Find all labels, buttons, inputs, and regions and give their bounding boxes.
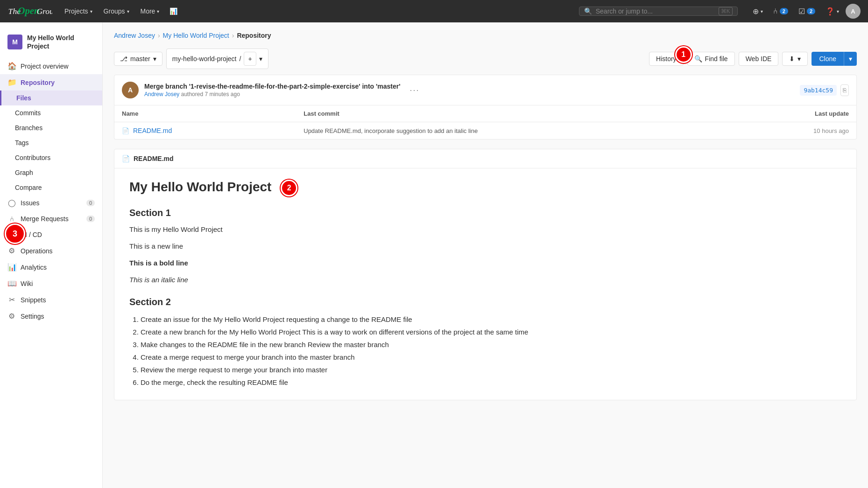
- commit-authored-text: authored: [181, 91, 205, 98]
- list-item: Review the merge request to merge your b…: [141, 363, 841, 376]
- col-name: Name: [122, 110, 303, 117]
- section1-heading: Section 1: [129, 208, 841, 218]
- commit-message: Merge branch '1-revise-the-readme-file-f…: [144, 83, 401, 90]
- project-name: My Hello World Project: [27, 34, 95, 50]
- col-last-commit: Last commit: [303, 110, 667, 117]
- sidebar-item-wiki[interactable]: 📖 Wiki: [0, 275, 102, 292]
- sidebar-item-project-overview[interactable]: 🏠 Project overview: [0, 58, 102, 74]
- path-add-button[interactable]: +: [244, 52, 256, 66]
- repo-toolbar: ⎇ master ▾ my-hello-world-project / + ▾ …: [114, 49, 857, 69]
- sidebar-item-files[interactable]: Files: [0, 91, 102, 105]
- nav-more[interactable]: More ▾: [136, 5, 164, 18]
- user-avatar[interactable]: A: [846, 4, 861, 19]
- commit-details: Merge branch '1-revise-the-readme-file-f…: [144, 83, 401, 98]
- find-file-button[interactable]: 🔍 Find file: [687, 52, 735, 66]
- annotation-circle-1: 1: [675, 46, 692, 63]
- mr-badge: 0: [86, 216, 95, 222]
- breadcrumb-link-project[interactable]: My Hello World Project: [163, 32, 229, 39]
- sidebar-item-settings[interactable]: ⚙ Settings: [0, 308, 102, 324]
- web-ide-button[interactable]: Web IDE: [739, 52, 779, 66]
- merge-icon: ⑃: [7, 215, 16, 223]
- file-table-header: Name Last commit Last update: [114, 105, 856, 122]
- mr-badge: 2: [780, 8, 788, 14]
- help-icon: ❓: [826, 7, 835, 16]
- readme-header: 📄 README.md: [114, 149, 856, 168]
- search-icon: 🔍: [584, 7, 592, 15]
- readme-content: My Hello World Project 2 Section 1 This …: [114, 168, 856, 400]
- help-button[interactable]: ❓ ▾: [822, 5, 843, 18]
- sidebar-item-contributors[interactable]: Contributors: [0, 150, 102, 165]
- table-row: 📄 README.md Update README.md, incorporat…: [114, 122, 856, 139]
- path-breadcrumb: my-hello-world-project / + ▾: [166, 49, 268, 69]
- breadcrumb-separator: ›: [158, 32, 160, 39]
- chevron-down-icon: ▾: [157, 9, 159, 14]
- logo[interactable]: The Open Group: [7, 4, 52, 19]
- section1-p4: This is an italic line: [129, 274, 841, 286]
- search-input[interactable]: [596, 7, 715, 15]
- section1-p3: This is a bold line: [129, 258, 841, 269]
- nav-projects[interactable]: Projects ▾: [60, 5, 97, 18]
- clone-dropdown-icon[interactable]: ▾: [844, 52, 857, 66]
- todo-icon: ☑: [798, 7, 805, 16]
- snippets-icon: ✂: [7, 295, 16, 304]
- nav-groups[interactable]: Groups ▾: [99, 5, 134, 18]
- breadcrumb-link-author[interactable]: Andrew Josey: [114, 32, 155, 39]
- todos-button[interactable]: ☑ 2: [795, 5, 819, 18]
- plus-menu-button[interactable]: ⊕ ▾: [749, 5, 767, 18]
- wiki-icon: 📖: [7, 279, 16, 288]
- section1-p1: This is my Hello World Project: [129, 224, 841, 235]
- commit-meta: Andrew Josey authored 7 minutes ago: [144, 91, 401, 98]
- sidebar: M My Hello World Project 🏠 Project overv…: [0, 22, 103, 488]
- nav-links: Projects ▾ Groups ▾ More ▾ 📊: [60, 5, 181, 18]
- branch-selector[interactable]: ⎇ master ▾: [114, 52, 162, 66]
- main-content: Andrew Josey › My Hello World Project › …: [103, 22, 868, 488]
- commit-more-button[interactable]: ···: [410, 85, 420, 95]
- col-last-update: Last update: [667, 110, 849, 117]
- breadcrumb: Andrew Josey › My Hello World Project › …: [114, 32, 857, 39]
- breadcrumb-separator: ›: [232, 32, 234, 39]
- file-icon: 📄: [122, 155, 130, 162]
- file-name-cell[interactable]: 📄 README.md: [122, 127, 303, 134]
- chevron-down-icon: ▾: [837, 9, 839, 14]
- path-separator: /: [240, 55, 241, 63]
- download-icon: ⬇: [789, 55, 795, 63]
- commit-info-bar: A Merge branch '1-revise-the-readme-file…: [114, 75, 857, 105]
- download-button[interactable]: ⬇ ▾: [782, 52, 808, 66]
- chevron-down-icon: ▾: [259, 55, 262, 63]
- commit-sha-area: 9ab14c59 ⎘: [800, 84, 849, 96]
- sidebar-item-operations[interactable]: ⚙ Operations: [0, 243, 102, 259]
- commit-author-avatar: A: [122, 82, 139, 98]
- copy-sha-button[interactable]: ⎘: [840, 84, 849, 96]
- sidebar-item-branches[interactable]: Branches: [0, 120, 102, 135]
- clone-button[interactable]: Clone ▾: [812, 52, 857, 66]
- kbd-shortcut: ⌘K: [719, 7, 733, 15]
- merge-requests-button[interactable]: ⑃ 2: [769, 5, 792, 17]
- sidebar-item-compare[interactable]: Compare: [0, 180, 102, 195]
- page-layout: M My Hello World Project 🏠 Project overv…: [0, 22, 868, 488]
- sidebar-item-snippets[interactable]: ✂ Snippets: [0, 292, 102, 308]
- todo-badge: 2: [807, 8, 815, 14]
- history-button-wrapper: History 1: [649, 52, 684, 66]
- chevron-down-icon: ▾: [127, 9, 129, 14]
- settings-icon: ⚙: [7, 312, 16, 321]
- commit-author-link[interactable]: Andrew Josey: [144, 91, 179, 98]
- analytics-icon: 📊: [7, 263, 16, 272]
- sidebar-project-header: M My Hello World Project: [0, 30, 102, 58]
- section1-p2: This is a new line: [129, 241, 841, 252]
- sidebar-item-graph[interactable]: Graph: [0, 165, 102, 180]
- sidebar-item-tags[interactable]: Tags: [0, 135, 102, 150]
- home-icon: 🏠: [7, 62, 16, 70]
- activity-chart-icon[interactable]: 📊: [166, 6, 181, 17]
- top-nav-actions: ⊕ ▾ ⑃ 2 ☑ 2 ❓ ▾ A: [749, 4, 861, 19]
- search-bar[interactable]: 🔍 ⌘K: [579, 7, 738, 16]
- file-table: Name Last commit Last update 📄 README.md…: [114, 105, 857, 139]
- file-date-cell: 10 hours ago: [667, 127, 849, 134]
- sidebar-item-issues[interactable]: ◯ Issues 0: [0, 195, 102, 211]
- sidebar-item-repository[interactable]: 📁 Repository: [0, 74, 102, 91]
- folder-icon: 📁: [7, 78, 16, 87]
- project-avatar: M: [7, 35, 22, 49]
- file-icon: 📄: [122, 127, 129, 134]
- sidebar-item-commits[interactable]: Commits: [0, 105, 102, 120]
- list-item: Create an issue for the My Hello World P…: [141, 313, 841, 326]
- sidebar-item-analytics[interactable]: 📊 Analytics: [0, 259, 102, 275]
